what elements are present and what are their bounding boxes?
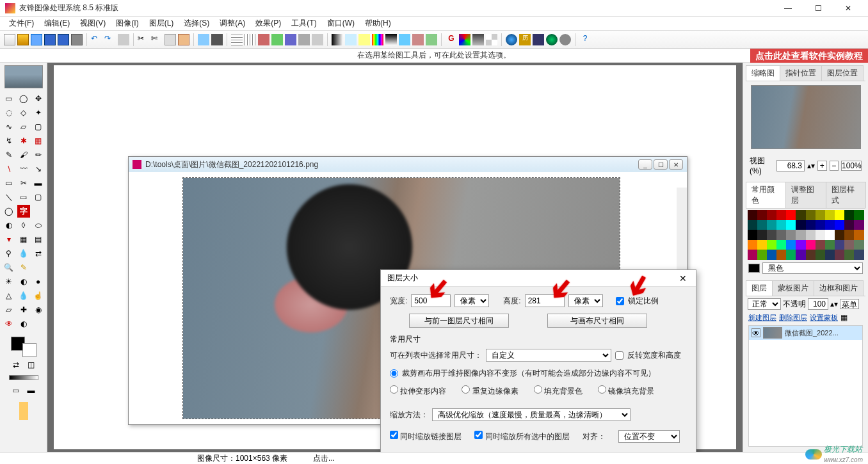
- palette-cell[interactable]: [767, 240, 776, 250]
- palette-cell[interactable]: [806, 250, 816, 260]
- palette-cell[interactable]: [748, 220, 757, 230]
- align-select[interactable]: 位置不变: [618, 430, 680, 443]
- smudge-tool[interactable]: ☝: [32, 289, 45, 302]
- burn-tool[interactable]: ●: [32, 275, 45, 288]
- spray-tool[interactable]: ✱: [17, 134, 30, 147]
- new-icon[interactable]: [4, 34, 15, 45]
- radio-crop[interactable]: [390, 369, 398, 378]
- palette-cell[interactable]: [816, 240, 825, 250]
- tab-mask[interactable]: 蒙板图片: [772, 280, 814, 296]
- hue-icon[interactable]: [372, 34, 383, 45]
- dropper-tool[interactable]: 💧: [17, 247, 30, 260]
- palette-cell[interactable]: [776, 230, 786, 240]
- palette-cell[interactable]: [854, 250, 864, 260]
- extra-tool[interactable]: [19, 402, 28, 420]
- document-titlebar[interactable]: D:\tools\桌面\图片\微信截图_20221202101216.png _…: [129, 157, 687, 172]
- ellipse-select-tool[interactable]: ◯: [17, 92, 30, 105]
- doc-maximize[interactable]: ☐: [654, 159, 668, 170]
- palette-cell[interactable]: [806, 230, 816, 240]
- menu-layer[interactable]: 图层(L): [144, 17, 179, 30]
- palette-cell[interactable]: [825, 210, 835, 220]
- doc-minimize[interactable]: _: [638, 159, 652, 170]
- scanner-icon[interactable]: [198, 34, 209, 45]
- palette-cell[interactable]: [854, 230, 864, 240]
- palette-cell[interactable]: [854, 240, 864, 250]
- tab-colors[interactable]: 常用颜色: [746, 182, 786, 208]
- crop-tool[interactable]: ✂: [17, 177, 30, 189]
- move-tool[interactable]: ✥: [32, 92, 45, 105]
- redo-icon[interactable]: ↷: [104, 34, 116, 45]
- palette-cell[interactable]: [835, 230, 844, 240]
- pattern-tool[interactable]: ▤: [32, 233, 45, 246]
- grid6-icon[interactable]: [298, 34, 310, 45]
- path-tool[interactable]: ↯: [3, 134, 15, 147]
- zoom-input[interactable]: [776, 160, 805, 172]
- menu-window[interactable]: 窗口(W): [322, 17, 360, 30]
- width-unit-select[interactable]: 像素: [454, 294, 489, 307]
- curves-icon[interactable]: [345, 34, 357, 45]
- palette-cell[interactable]: [816, 230, 825, 240]
- scale-selected-checkbox[interactable]: [474, 431, 483, 439]
- stamp-tool[interactable]: ◉: [32, 303, 45, 316]
- blur-tool[interactable]: 💧: [17, 289, 30, 302]
- grid2-icon[interactable]: [245, 34, 256, 45]
- palette-cell[interactable]: [786, 250, 796, 260]
- menu-view[interactable]: 视图(V): [75, 17, 111, 30]
- palette-cell[interactable]: [757, 220, 767, 230]
- palette-cell[interactable]: [796, 240, 805, 250]
- zoom-tool[interactable]: 🔍: [3, 261, 15, 274]
- height-input[interactable]: [525, 294, 565, 307]
- calc-icon[interactable]: [533, 34, 544, 45]
- blend-mode-select[interactable]: 正常: [748, 298, 781, 310]
- slice-tool[interactable]: ▬: [32, 177, 45, 189]
- saveas-icon[interactable]: [58, 34, 69, 45]
- palette-cell[interactable]: [776, 220, 786, 230]
- palette-cell[interactable]: [786, 210, 796, 220]
- menu-select[interactable]: 选择(S): [179, 17, 214, 30]
- poly-lasso-tool[interactable]: ◇: [17, 106, 30, 119]
- palette-cell[interactable]: [767, 250, 776, 260]
- palette-cell[interactable]: [806, 220, 816, 230]
- tab-layer-pos[interactable]: 图层位置: [821, 65, 864, 81]
- camera-icon[interactable]: [211, 34, 223, 45]
- radio-repeat[interactable]: [462, 385, 470, 394]
- palette-cell[interactable]: [796, 230, 805, 240]
- palette-cell[interactable]: [748, 230, 757, 240]
- bucket-tool[interactable]: ▾: [3, 233, 15, 246]
- doc-close[interactable]: ✕: [669, 159, 683, 170]
- palette-cell[interactable]: [816, 250, 825, 260]
- palette-cell[interactable]: [776, 210, 786, 220]
- teeth-tool[interactable]: ◐: [17, 317, 30, 330]
- menu-help[interactable]: 帮助(H): [360, 17, 396, 30]
- palette-cell[interactable]: [748, 240, 757, 250]
- print-icon[interactable]: [71, 34, 83, 45]
- palette-cell[interactable]: [776, 240, 786, 250]
- color-palette[interactable]: [748, 210, 864, 260]
- scale-method-select[interactable]: 高级优化缩放（速度最慢，质量最高，边缘清晰）: [432, 408, 631, 421]
- set-mask-link[interactable]: 设置蒙板: [810, 313, 838, 323]
- eraser-tool[interactable]: ▱: [3, 303, 15, 316]
- palette-cell[interactable]: [767, 220, 776, 230]
- dialog-close-icon[interactable]: ✕: [677, 273, 689, 284]
- rgb-icon[interactable]: [459, 34, 470, 45]
- palette-cell[interactable]: [825, 240, 835, 250]
- palette-cell[interactable]: [835, 240, 844, 250]
- arrow-tool[interactable]: ↘: [32, 163, 45, 175]
- palette-cell[interactable]: [844, 220, 854, 230]
- palette-cell[interactable]: [757, 240, 767, 250]
- grid7-icon[interactable]: [312, 34, 323, 45]
- history-icon[interactable]: [118, 34, 129, 45]
- shape2-tool[interactable]: ▢: [32, 120, 45, 133]
- redeye-tool[interactable]: 👁: [3, 317, 15, 330]
- grid4-icon[interactable]: [271, 34, 283, 45]
- navigator-thumb[interactable]: [4, 65, 43, 88]
- tab-frame[interactable]: 边框和图片: [814, 280, 864, 296]
- zoom-minus-button[interactable]: −: [830, 161, 839, 171]
- clone-tool[interactable]: ⚲: [3, 247, 15, 260]
- radio-stretch[interactable]: [390, 385, 398, 394]
- close-button[interactable]: ✕: [833, 1, 863, 16]
- tool1-icon[interactable]: [399, 34, 410, 45]
- palette-cell[interactable]: [835, 210, 844, 220]
- lock-ratio-checkbox[interactable]: [616, 297, 624, 305]
- palette-cell[interactable]: [825, 220, 835, 230]
